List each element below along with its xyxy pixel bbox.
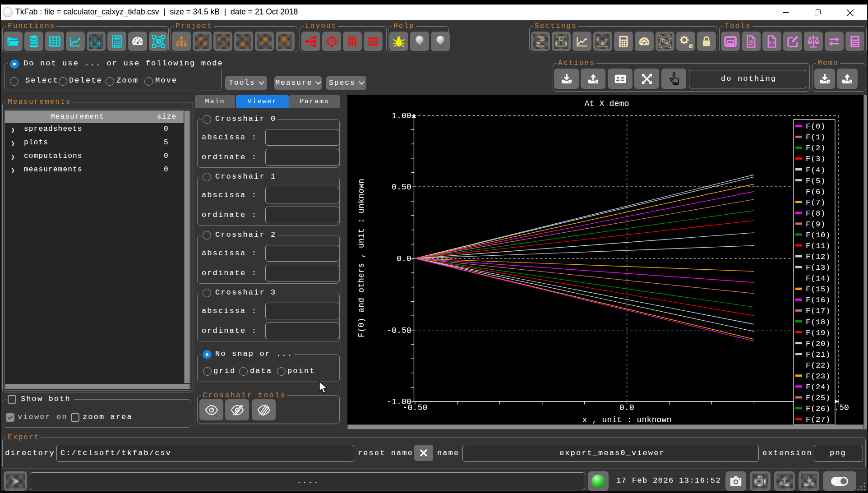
- svg-text:0.0: 0.0: [397, 254, 411, 263]
- svg-text:0.50: 0.50: [392, 183, 411, 192]
- svg-text:F(19): F(19): [806, 329, 831, 337]
- svg-text:F(16): F(16): [806, 296, 831, 304]
- svg-text:F(8): F(8): [806, 209, 826, 218]
- svg-text:0.0: 0.0: [619, 403, 634, 412]
- svg-text:F(23): F(23): [806, 372, 831, 381]
- svg-text:F(15): F(15): [806, 285, 831, 294]
- svg-text:F(11): F(11): [806, 242, 831, 250]
- svg-text:F(22): F(22): [806, 361, 831, 370]
- svg-text:F(26): F(26): [806, 405, 831, 413]
- svg-text:F(13): F(13): [806, 263, 831, 272]
- svg-text:F(24): F(24): [806, 383, 831, 392]
- svg-text:1.00: 1.00: [392, 111, 411, 120]
- svg-text:At X demo: At X demo: [584, 99, 629, 108]
- svg-text:F(18): F(18): [806, 318, 831, 327]
- svg-text:F(14): F(14): [806, 274, 831, 283]
- svg-text:F(3): F(3): [806, 155, 826, 163]
- svg-text:F(0): F(0): [806, 122, 826, 131]
- svg-text:F(17): F(17): [806, 307, 831, 315]
- svg-text:F(0) and others , unit : unkno: F(0) and others , unit : unknown: [357, 179, 366, 337]
- svg-text:-0.50: -0.50: [387, 326, 411, 335]
- svg-text:F(21): F(21): [806, 350, 831, 359]
- svg-text:-0.50: -0.50: [402, 403, 427, 412]
- svg-text:F(27): F(27): [806, 415, 831, 424]
- svg-text:x , unit : unknown: x , unit : unknown: [582, 415, 672, 424]
- svg-text:F(20): F(20): [806, 340, 831, 348]
- svg-text:F(2): F(2): [806, 144, 826, 152]
- svg-text:F(1): F(1): [806, 133, 826, 142]
- svg-text:F(4): F(4): [806, 166, 826, 175]
- svg-text:F(7): F(7): [806, 198, 826, 207]
- svg-text:F(6): F(6): [806, 188, 826, 196]
- svg-text:F(25): F(25): [806, 394, 831, 402]
- svg-text:F(9): F(9): [806, 220, 826, 229]
- svg-text:F(10): F(10): [806, 231, 831, 240]
- svg-text:F(5): F(5): [806, 177, 826, 185]
- svg-text:F(12): F(12): [806, 253, 831, 261]
